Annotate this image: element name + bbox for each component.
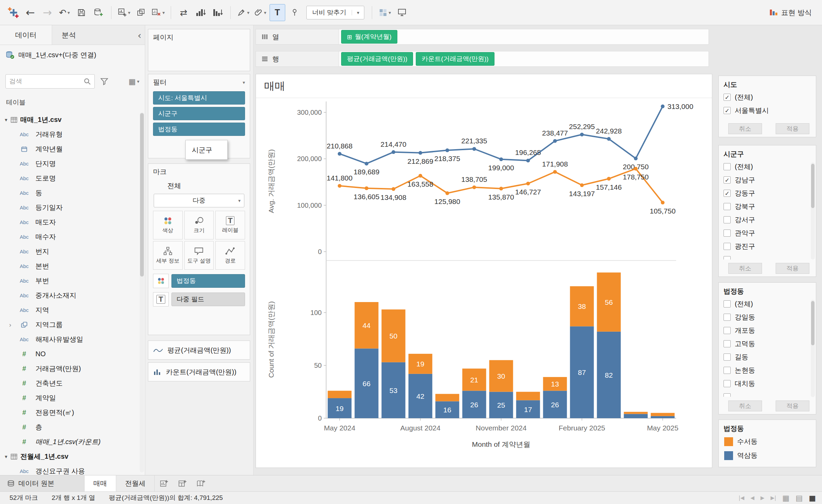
filter-pill-sigungu[interactable]: 시군구: [153, 107, 245, 120]
field-item[interactable]: Abc해제사유발생일: [0, 332, 138, 347]
checkbox[interactable]: ✓: [724, 190, 731, 197]
collapse-pane-icon[interactable]: ‹: [138, 30, 141, 41]
presentation-mode-button[interactable]: [394, 4, 410, 21]
checkbox[interactable]: ✓: [724, 107, 731, 114]
highlight-button[interactable]: ▾: [235, 4, 251, 21]
field-item[interactable]: Abc번지: [0, 244, 138, 259]
color-button[interactable]: 색상: [153, 211, 183, 239]
table-name-row[interactable]: ▾매매_1년.csv: [0, 112, 138, 127]
field-item[interactable]: ›지역그룹: [0, 317, 138, 332]
checkbox[interactable]: [724, 340, 731, 347]
show-mark-labels-button[interactable]: T: [270, 4, 285, 21]
filter-checkbox-item[interactable]: 관악구: [719, 226, 816, 240]
group-paperclip-button[interactable]: ▾: [253, 4, 268, 21]
checkbox[interactable]: [724, 203, 731, 210]
sheet-tab-jeonwolse[interactable]: 전월세: [116, 475, 155, 491]
apply-button[interactable]: 적용: [776, 263, 809, 274]
rows-pill[interactable]: 평균(거래금액(만원)): [341, 52, 413, 66]
checkbox[interactable]: [724, 163, 731, 170]
fit-selector[interactable]: 너비 맞추기 ▾: [306, 6, 364, 19]
filter-checkbox-item[interactable]: (전체): [719, 160, 816, 173]
fullscreen-view-icon[interactable]: ■: [809, 494, 816, 502]
checkbox[interactable]: [724, 216, 731, 223]
new-worksheet-button[interactable]: ▾: [116, 4, 132, 21]
field-item[interactable]: #계약일: [0, 391, 138, 405]
field-item[interactable]: Abc부번: [0, 273, 138, 288]
grid-view-icon[interactable]: ▦: [782, 494, 790, 502]
filter-fields-icon[interactable]: [100, 77, 108, 85]
field-item[interactable]: Abc단지명: [0, 156, 138, 171]
checkbox[interactable]: [724, 380, 731, 387]
filter-checkbox-item[interactable]: 길동: [719, 350, 816, 364]
legend-item[interactable]: 수서동: [719, 435, 816, 448]
tab-data[interactable]: 데이터: [0, 25, 52, 45]
chevron-down-icon[interactable]: ▾: [243, 80, 245, 85]
filter-pill-sido[interactable]: 시도: 서울특별시: [153, 91, 245, 105]
filter-pill-dong[interactable]: 법정동: [153, 123, 245, 136]
marks-card-avg[interactable]: 평균(거래금액(만원)): [148, 341, 250, 360]
filter-checkbox-item[interactable]: 강서구: [719, 213, 816, 226]
checkbox[interactable]: [724, 300, 731, 308]
tab-analytics[interactable]: 분석: [52, 25, 145, 45]
checkbox[interactable]: [724, 230, 731, 237]
field-item[interactable]: Abc도로명: [0, 171, 138, 186]
nav-last-icon[interactable]: ▶|: [771, 495, 776, 501]
filter-checkbox-item[interactable]: 개포동: [719, 324, 816, 337]
apply-button[interactable]: 적용: [776, 400, 809, 411]
label-button[interactable]: T 레이블: [215, 211, 245, 239]
field-item[interactable]: Abc갱신요구권 사용: [0, 464, 138, 475]
show-me-grid-button[interactable]: ▾: [377, 4, 393, 21]
filter-checkbox-item[interactable]: 강북구: [719, 200, 816, 213]
filter-checkbox-item[interactable]: 강일동: [719, 311, 816, 324]
checkbox[interactable]: [724, 256, 731, 259]
legend-item[interactable]: 역삼동: [719, 448, 816, 462]
table-name-row[interactable]: ▾전월세_1년.csv: [0, 449, 138, 464]
checkbox[interactable]: [724, 393, 731, 397]
data-pane-scrollbar[interactable]: [140, 112, 144, 472]
filter-checkbox-item-partial[interactable]: [719, 253, 816, 259]
marks-card-count[interactable]: 카운트(거래금액(만원)): [148, 362, 250, 381]
field-item[interactable]: Abc거래유형: [0, 127, 138, 142]
filter-checkbox-item[interactable]: 대치동: [719, 377, 816, 390]
checkbox[interactable]: [724, 243, 731, 250]
nav-prev-icon[interactable]: ◀: [750, 495, 755, 501]
filter-checkbox-item-partial[interactable]: [719, 390, 816, 397]
pages-shelf[interactable]: 페이지: [148, 29, 250, 71]
filter-checkbox-item[interactable]: ✓서울특별시: [719, 104, 816, 117]
sheet-tab-maemae[interactable]: 매매: [85, 475, 116, 491]
columns-shelf[interactable]: 열 ⊞월(계약년월): [256, 29, 709, 45]
field-item[interactable]: #전용면적(㎡): [0, 405, 138, 420]
new-story-button[interactable]: [192, 475, 210, 491]
columns-pill[interactable]: ⊞월(계약년월): [341, 30, 397, 44]
filter-checkbox-item[interactable]: 광진구: [719, 240, 816, 253]
undo-button[interactable]: ↶▾: [57, 4, 72, 21]
add-data-source-icon[interactable]: [91, 4, 106, 21]
fix-axes-pin-button[interactable]: [287, 4, 302, 21]
color-dots-icon[interactable]: [153, 274, 169, 288]
checkbox[interactable]: [724, 314, 731, 321]
filter-checkbox-item[interactable]: 고덕동: [719, 337, 816, 350]
new-worksheet-tab-button[interactable]: [155, 475, 173, 491]
filter-checkbox-item[interactable]: ✓강남구: [719, 173, 816, 187]
color-encoding-pill[interactable]: 법정동: [171, 274, 245, 288]
nav-next-icon[interactable]: ▶: [760, 495, 764, 501]
scrollbar-thumb[interactable]: [811, 164, 815, 208]
field-item[interactable]: Abc매도자: [0, 215, 138, 230]
tooltip-button[interactable]: 도구 설명: [184, 241, 214, 270]
size-button[interactable]: 크기: [184, 211, 214, 239]
cancel-button[interactable]: 취소: [728, 123, 762, 134]
mark-type-dropdown[interactable]: 다중▾: [154, 194, 244, 207]
search-input[interactable]: 검색: [5, 74, 95, 89]
data-source-tab[interactable]: 데이터 원본: [0, 475, 85, 491]
view-options-icon[interactable]: ▦▾: [128, 77, 139, 86]
field-item[interactable]: Abc중개사소재지: [0, 288, 138, 303]
field-item[interactable]: #NO: [0, 347, 138, 361]
checkbox[interactable]: [724, 353, 731, 361]
new-dashboard-button[interactable]: [173, 475, 192, 491]
duplicate-sheet-button[interactable]: [133, 4, 149, 21]
rows-shelf-area[interactable]: 평균(거래금액(만원))카운트(거래금액(만원)): [339, 51, 709, 66]
marks-card[interactable]: 마크 전체 다중▾ 색상 크기 T 레이블: [148, 163, 250, 335]
field-item[interactable]: #거래금액(만원): [0, 361, 138, 376]
field-item[interactable]: Abc동: [0, 186, 138, 200]
rows-shelf[interactable]: 행 평균(거래금액(만원))카운트(거래금액(만원)): [256, 51, 709, 67]
